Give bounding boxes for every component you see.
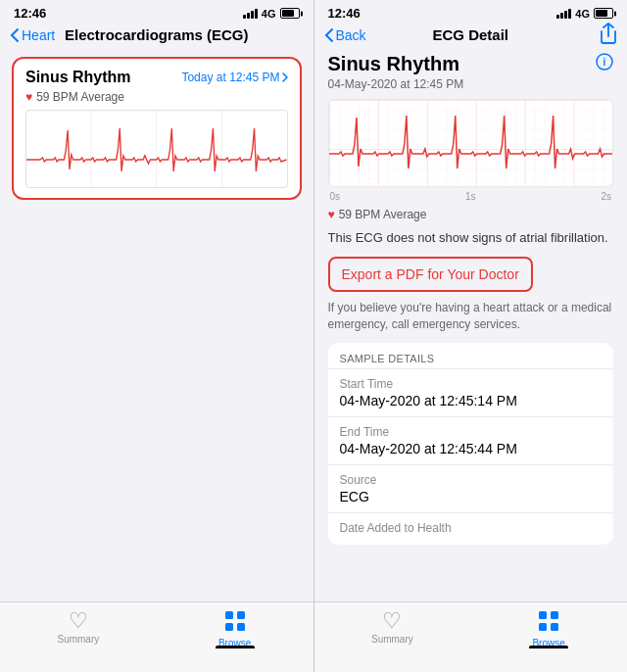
chevron-left-icon-right	[324, 27, 334, 43]
ecg-card-title: Sinus Rhythm	[25, 69, 131, 86]
tab-underline-right	[529, 646, 568, 648]
svg-rect-12	[551, 611, 558, 619]
share-icon	[600, 23, 617, 44]
ecg-card-header: Sinus Rhythm Today at 12:45 PM	[25, 69, 288, 86]
sample-details-card: SAMPLE DETAILS Start Time 04-May-2020 at…	[328, 343, 614, 545]
no-afib-text: This ECG does not show signs of atrial f…	[328, 229, 614, 247]
grid-icon-left	[224, 610, 246, 632]
disclaimer-text: If you believe you're having a heart att…	[328, 300, 614, 333]
svg-rect-4	[237, 611, 245, 619]
tab-browse-right[interactable]: Browse	[470, 610, 627, 648]
source-value: ECG	[340, 489, 603, 504]
back-label-left: Heart	[22, 27, 55, 43]
start-time-value: 04-May-2020 at 12:45:14 PM	[340, 393, 603, 408]
nav-bar-left: Heart Electrocardiograms (ECG)	[0, 23, 314, 49]
right-screen: 12:46 4G Back ECG Detail	[314, 0, 628, 672]
info-button[interactable]: i	[596, 53, 613, 75]
tab-summary-left[interactable]: ♡ Summary	[0, 610, 157, 645]
svg-rect-13	[539, 623, 547, 631]
detail-header-section: Sinus Rhythm 04-May-2020 at 12:45 PM i	[328, 53, 614, 91]
svg-rect-6	[237, 623, 245, 631]
heart-tab-icon-right: ♡	[382, 610, 402, 632]
network-left: 4G	[262, 8, 276, 20]
date-added-label: Date Added to Health	[340, 521, 603, 535]
end-time-value: 04-May-2020 at 12:45:44 PM	[340, 441, 603, 456]
content-right: Sinus Rhythm 04-May-2020 at 12:45 PM i	[314, 49, 628, 601]
end-time-label: End Time	[340, 425, 603, 439]
tab-bar-right: ♡ Summary Browse	[314, 601, 628, 672]
start-time-row: Start Time 04-May-2020 at 12:45:14 PM	[328, 368, 614, 416]
heart-icon-right: ♥	[328, 208, 335, 221]
status-bar-left: 12:46 4G	[0, 0, 314, 23]
ecg-card[interactable]: Sinus Rhythm Today at 12:45 PM ♥ 59 BPM …	[12, 57, 302, 200]
signal-right	[556, 9, 571, 19]
share-button[interactable]	[600, 23, 617, 47]
heart-icon-left: ♥	[25, 90, 32, 104]
time-right: 12:46	[328, 6, 361, 21]
bpm-row-left: ♥ 59 BPM Average	[25, 90, 288, 104]
time-labels: 0s 1s 2s	[328, 191, 614, 202]
source-row: Source ECG	[328, 464, 614, 512]
svg-rect-14	[551, 623, 558, 631]
tab-bar-left: ♡ Summary Browse	[0, 601, 314, 672]
detail-title: Sinus Rhythm	[328, 53, 614, 75]
nav-title-right: ECG Detail	[432, 26, 508, 43]
detail-date: 04-May-2020 at 12:45 PM	[328, 77, 614, 91]
bpm-label-right: 59 BPM Average	[339, 208, 427, 221]
heart-tab-icon-left: ♡	[69, 610, 88, 632]
network-right: 4G	[575, 8, 590, 20]
tab-browse-left[interactable]: Browse	[157, 610, 314, 648]
svg-rect-10	[329, 100, 613, 187]
chevron-left-icon	[10, 27, 20, 43]
status-icons-left: 4G	[243, 8, 300, 20]
bpm-label-left: 59 BPM Average	[36, 90, 124, 104]
start-time-label: Start Time	[340, 377, 603, 391]
sample-details-header: SAMPLE DETAILS	[328, 343, 614, 368]
ecg-waveform-left	[26, 111, 287, 188]
browse-tab-icon-left	[224, 610, 246, 636]
ecg-waveform-detail	[329, 100, 613, 187]
date-added-row: Date Added to Health	[328, 512, 614, 545]
bpm-row-right: ♥ 59 BPM Average	[328, 208, 614, 221]
info-icon: i	[596, 53, 613, 71]
tab-underline-left	[216, 646, 255, 648]
grid-icon-right	[538, 610, 559, 632]
export-pdf-button[interactable]: Export a PDF for Your Doctor	[328, 257, 533, 292]
status-bar-right: 12:46 4G	[314, 0, 628, 23]
back-button-right[interactable]: Back	[324, 27, 366, 43]
browse-tab-icon-right	[538, 610, 559, 636]
svg-text:i: i	[603, 57, 606, 68]
battery-right	[594, 8, 613, 19]
battery-left	[280, 8, 300, 19]
nav-title-left: Electrocardiograms (ECG)	[65, 26, 249, 43]
svg-rect-5	[225, 623, 233, 631]
status-icons-right: 4G	[556, 8, 613, 20]
time-left: 12:46	[14, 6, 46, 21]
signal-left	[243, 9, 258, 19]
back-label-right: Back	[336, 27, 366, 43]
svg-rect-3	[225, 611, 233, 619]
content-left: Sinus Rhythm Today at 12:45 PM ♥ 59 BPM …	[0, 49, 314, 601]
tab-summary-right[interactable]: ♡ Summary	[314, 610, 471, 645]
ecg-chart-left	[25, 110, 288, 188]
source-label: Source	[340, 473, 603, 487]
svg-rect-11	[539, 611, 547, 619]
ecg-chart-detail	[328, 99, 614, 187]
left-screen: 12:46 4G Heart Electrocardiograms (ECG) …	[0, 0, 314, 672]
ecg-card-time: Today at 12:45 PM	[181, 71, 287, 84]
end-time-row: End Time 04-May-2020 at 12:45:44 PM	[328, 416, 614, 464]
tab-summary-label-left: Summary	[57, 634, 99, 645]
nav-bar-right: Back ECG Detail	[314, 23, 628, 49]
back-button-left[interactable]: Heart	[10, 27, 55, 43]
tab-summary-label-right: Summary	[371, 634, 413, 645]
chevron-right-icon	[282, 72, 288, 82]
